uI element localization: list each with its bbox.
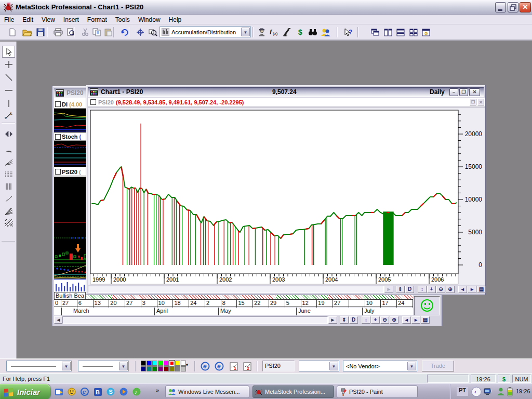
print-preview-button[interactable] (64, 26, 77, 38)
period-combo-chevron-icon[interactable]: ▼ (329, 362, 338, 370)
palette-chevron-icon[interactable]: ▼ (185, 363, 189, 367)
date-ruler-months[interactable]: MarchAprilMayJuneJuly (54, 308, 413, 315)
horizontal-line-tool[interactable] (2, 84, 15, 96)
symbol-field[interactable]: PSI20 (262, 361, 295, 371)
indicator-combo-chevron-icon[interactable]: ▼ (241, 28, 250, 36)
line-weight-combo[interactable]: ▼ (78, 361, 129, 371)
menu-window[interactable]: Window (134, 15, 165, 25)
color-swatch-800080[interactable] (158, 366, 163, 371)
network-monitor-icon[interactable]: ) (484, 388, 494, 396)
color-swatch-008000[interactable] (152, 366, 157, 371)
utorrent-quicklaunch-icon[interactable]: B (93, 387, 102, 396)
zoom-vertical-button[interactable]: ↕ (362, 316, 370, 324)
paste-button[interactable] (102, 26, 114, 38)
taskbar-button-1[interactable]: MetaStock Profession... (252, 385, 334, 398)
chart-page-1-button[interactable]: 1 (228, 360, 240, 373)
user-green-icon[interactable] (496, 387, 506, 396)
line-style-combo[interactable]: ▼ (6, 361, 72, 371)
restore-button[interactable] (508, 2, 518, 12)
window-options-button[interactable]: ⚙ (420, 26, 432, 38)
scale-vertical-button[interactable]: ⇕ (396, 286, 405, 293)
line-style-chevron-icon[interactable]: ▼ (62, 362, 71, 370)
battery-icon[interactable] (507, 387, 514, 397)
pan-button[interactable]: + (427, 286, 436, 293)
indicator-quicklist-combo[interactable]: Accumulation/Distribution ▼ (159, 26, 251, 37)
tile-grid-button[interactable] (407, 26, 420, 38)
quick-launch-overflow-chevron[interactable]: » (156, 387, 159, 393)
scroll-track[interactable] (62, 316, 328, 324)
zoom-out-button[interactable]: ⊖ (436, 286, 445, 293)
trendline-sl-tool[interactable]: sL (2, 109, 15, 121)
chart-page-2-button[interactable]: 2 (241, 360, 254, 373)
scroll-right-button[interactable]: ► (384, 286, 393, 293)
start-button[interactable]: Iniciar (0, 384, 50, 399)
pointer-mode-button[interactable] (134, 26, 147, 38)
scroll-right-button[interactable]: ► (328, 316, 337, 324)
pan-button[interactable]: + (371, 316, 380, 324)
new-document-button[interactable] (6, 26, 19, 38)
menu-view[interactable]: View (37, 15, 59, 25)
scroll-track[interactable] (88, 286, 384, 293)
scroll-arrows-tool[interactable] (2, 128, 15, 140)
period-combo[interactable]: ▼ (299, 361, 339, 371)
context-help-button[interactable]: ? (342, 26, 354, 38)
price-chart[interactable]: 0500010000150002000019992000200120022003… (88, 108, 485, 285)
internet-explorer-2-button[interactable]: e (213, 360, 225, 373)
scroll-left-button[interactable]: ◄ (54, 316, 63, 324)
trendline-tool[interactable] (2, 71, 15, 83)
drawing-mode-d-button[interactable]: D (349, 316, 358, 324)
pane-close-button[interactable]: ✕ (477, 99, 484, 105)
speed-lines-tool[interactable] (2, 205, 15, 217)
messenger-face-quicklaunch-icon[interactable] (67, 387, 76, 396)
chart-maximize-button[interactable]: ❐ (459, 88, 468, 96)
media-player-quicklaunch-icon[interactable] (119, 387, 128, 396)
color-swatch-ff0000[interactable] (169, 361, 175, 366)
arc-tool[interactable] (2, 143, 15, 155)
color-swatch-ffff00[interactable] (175, 361, 180, 366)
cut-button[interactable] (79, 26, 91, 38)
trade-button[interactable]: Trade (422, 361, 454, 371)
data-window-button[interactable]: ▤ (477, 286, 486, 293)
internet-explorer-quicklaunch-icon[interactable]: e (80, 387, 89, 396)
plot-checkbox[interactable] (90, 99, 96, 105)
minimize-button[interactable] (495, 2, 506, 12)
copy-button[interactable] (90, 26, 103, 38)
internet-explorer-button[interactable]: e (199, 360, 211, 373)
page-right-button[interactable]: ▸ (411, 316, 420, 324)
data-window-button[interactable]: ▤ (421, 316, 430, 324)
color-swatch-008080[interactable] (147, 366, 152, 371)
color-swatch-0000ff[interactable] (147, 361, 152, 366)
taskbar-button-0[interactable]: Windows Live Messen... (165, 385, 249, 398)
vendor-combo[interactable]: <No Vendor> ▼ (343, 361, 417, 371)
menu-insert[interactable]: Insert (59, 15, 83, 25)
search-binoculars-button[interactable] (307, 26, 319, 38)
skype-quicklaunch-icon[interactable]: S (106, 387, 115, 396)
zoom-out-button[interactable]: ⊖ (380, 316, 389, 324)
color-swatch-000080[interactable] (141, 366, 146, 371)
horizontal-grid-tool[interactable] (2, 168, 15, 180)
diagonal-line-tool[interactable] (2, 193, 15, 205)
chart-minimize-button[interactable]: – (449, 88, 458, 96)
tile-horizontal-button[interactable] (394, 26, 407, 38)
color-swatch-808000[interactable] (169, 366, 175, 371)
menu-help[interactable]: Help (165, 15, 186, 25)
crosshair-tool[interactable] (2, 58, 15, 70)
cascade-windows-button[interactable] (369, 26, 381, 38)
color-swatch-000000[interactable] (141, 361, 146, 366)
buy-sell-people-button[interactable] (320, 26, 332, 38)
select-arrow-tool[interactable] (2, 46, 15, 58)
menu-file[interactable]: File (0, 15, 18, 25)
system-tester-button[interactable]: $ (295, 26, 307, 38)
chart-window-title-bar[interactable]: Chart1 - PSI20 9,507.24 Daily – ❐ ✕ (88, 87, 484, 97)
line-weight-chevron-icon[interactable]: ▼ (119, 362, 128, 370)
zoom-in-button[interactable]: ⊕ (390, 316, 398, 324)
panel-checkbox[interactable] (55, 169, 61, 175)
pane-restore-button[interactable]: ❐ (470, 99, 476, 105)
panel-checkbox[interactable] (55, 101, 61, 107)
page-left-button[interactable]: ◂ (458, 286, 467, 293)
drawing-mode-d-button[interactable]: D (405, 286, 414, 293)
indicator-builder-button[interactable]: f(x) (268, 26, 281, 38)
expert-advisor-button[interactable] (256, 26, 268, 38)
open-chart-button[interactable] (21, 26, 33, 38)
date-ruler-days[interactable]: 02761320273101824281522295121927101724 (54, 299, 413, 307)
